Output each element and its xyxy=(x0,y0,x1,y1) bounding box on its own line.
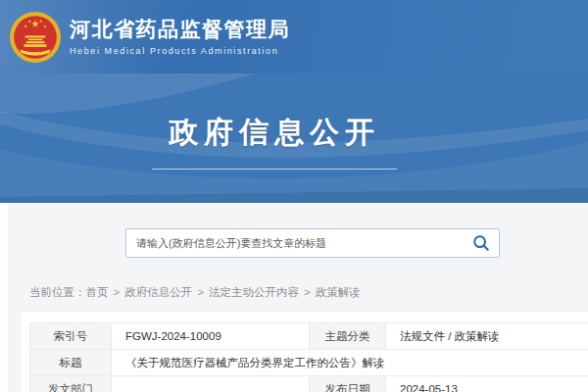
table-row-index: 索引号 FGWJ-2024-10009 主题分类 法规文件 / 政策解读 xyxy=(30,323,588,350)
table-row-department: 发文部门 发布日期 2024-05-13 xyxy=(30,376,588,392)
table-row-title: 标题 《关于规范医疗器械产品分类界定工作的公告》解读 xyxy=(30,350,588,376)
breadcrumb-item-gov-info[interactable]: 政府信息公开 xyxy=(124,286,192,298)
info-table: 索引号 FGWJ-2024-10009 主题分类 法规文件 / 政策解读 标题 … xyxy=(29,322,588,392)
search-bar xyxy=(125,228,500,258)
breadcrumb-separator: > xyxy=(114,286,121,298)
breadcrumb-item-home[interactable]: 首页 xyxy=(86,286,109,298)
banner-inner: 政府信息公开 xyxy=(0,74,568,203)
field-value-publish-date: 2024-05-13 xyxy=(386,376,588,392)
breadcrumb-item-statutory-disclosure[interactable]: 法定主动公开内容 xyxy=(209,286,299,298)
field-value-index-no: FGWJ-2024-10009 xyxy=(112,323,310,350)
page-title: 政府信息公开 xyxy=(169,113,380,153)
field-value-issuing-department xyxy=(112,376,310,392)
breadcrumb: 当前位置：首页>政府信息公开>法定主动公开内容>政策解读 xyxy=(29,285,361,300)
org-names: 河北省药品监督管理局 Hebei Medical Products Admini… xyxy=(70,18,290,55)
field-label-index-no: 索引号 xyxy=(30,323,112,350)
site-header: 河北省药品监督管理局 Hebei Medical Products Admini… xyxy=(0,0,588,74)
org-name-cn: 河北省药品监督管理局 xyxy=(70,18,290,41)
field-label-publish-date: 发布日期 xyxy=(310,376,386,392)
field-label-issuing-department: 发文部门 xyxy=(30,376,112,392)
banner: 政府信息公开 xyxy=(0,74,588,203)
breadcrumb-separator: > xyxy=(304,286,311,298)
national-emblem-icon xyxy=(10,12,61,63)
search-icon xyxy=(472,234,490,252)
org-name-en: Hebei Medical Products Administration xyxy=(70,46,290,56)
search-button[interactable] xyxy=(464,229,499,257)
breadcrumb-label: 当前位置： xyxy=(29,286,86,298)
page: 河北省药品监督管理局 Hebei Medical Products Admini… xyxy=(0,0,588,392)
breadcrumb-separator: > xyxy=(197,286,204,298)
field-value-subject-category: 法规文件 / 政策解读 xyxy=(386,323,588,350)
field-label-title: 标题 xyxy=(30,350,112,376)
banner-underline xyxy=(152,169,397,170)
breadcrumb-item-policy-interpretation[interactable]: 政策解读 xyxy=(316,286,361,298)
field-value-title: 《关于规范医疗器械产品分类界定工作的公告》解读 xyxy=(112,350,588,376)
search-input[interactable] xyxy=(126,229,464,257)
field-label-subject-category: 主题分类 xyxy=(310,323,386,350)
content-area: 当前位置：首页>政府信息公开>法定主动公开内容>政策解读 索引号 FGWJ-20… xyxy=(8,203,588,392)
info-card: 索引号 FGWJ-2024-10009 主题分类 法规文件 / 政策解读 标题 … xyxy=(22,312,588,392)
